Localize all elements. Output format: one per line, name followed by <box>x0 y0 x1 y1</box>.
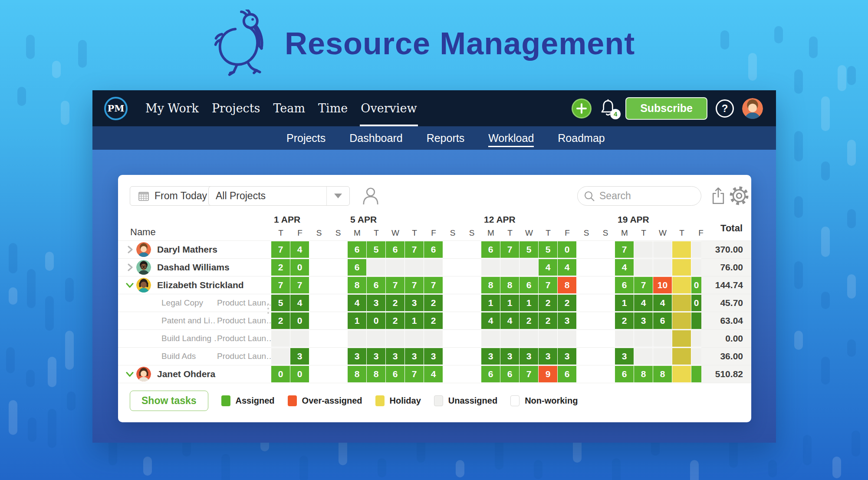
cell-assigned[interactable]: 6 <box>558 366 576 382</box>
cell-assigned[interactable]: 2 <box>615 312 634 329</box>
cell-assigned[interactable]: 0 <box>290 259 309 276</box>
cell-assigned[interactable]: 7 <box>405 241 424 258</box>
cell-assigned[interactable]: 8 <box>634 366 653 382</box>
cell-unassigned[interactable] <box>615 330 634 347</box>
cell-assigned[interactable]: 8 <box>348 277 366 293</box>
cell-assigned[interactable]: 2 <box>519 312 538 329</box>
cell-holiday[interactable] <box>672 295 691 311</box>
cell-assigned[interactable]: 3 <box>405 348 424 365</box>
task-row[interactable]: Legal CopyProduct Laun…54432321112214404… <box>118 294 751 312</box>
cell-assigned[interactable]: 6 <box>386 366 404 382</box>
cell-assigned[interactable]: 7 <box>271 241 290 258</box>
cell-assigned[interactable]: 3 <box>539 348 557 365</box>
cell-assigned[interactable]: 4 <box>424 366 443 382</box>
cell-assigned[interactable]: 0 <box>290 366 309 382</box>
cell-unassigned[interactable] <box>481 259 500 276</box>
cell-assigned[interactable]: 3 <box>615 348 634 365</box>
subnav-item-roadmap[interactable]: Roadmap <box>558 126 605 150</box>
cell-unassigned[interactable] <box>691 241 701 258</box>
cell-assigned[interactable]: 2 <box>424 312 443 329</box>
cell-assigned[interactable]: 7 <box>615 241 634 258</box>
cell-assigned[interactable]: 4 <box>500 312 519 329</box>
cell-assigned[interactable]: 8 <box>481 277 500 293</box>
cell-unassigned[interactable] <box>634 348 653 365</box>
cell-holiday[interactable] <box>672 277 691 293</box>
resource-row[interactable]: Janet Ohdera008867466796688510.82 <box>118 365 751 383</box>
cell-assigned[interactable]: 7 <box>539 277 557 293</box>
subnav-item-dashboard[interactable]: Dashboard <box>349 126 402 150</box>
subnav-item-reports[interactable]: Reports <box>427 126 465 150</box>
cell-assigned[interactable]: 2 <box>539 312 557 329</box>
cell-assigned[interactable]: 0 <box>558 241 576 258</box>
subnav-item-workload[interactable]: Workload <box>488 126 534 150</box>
cell-assigned[interactable]: 3 <box>424 348 443 365</box>
cell-assigned[interactable]: 8 <box>500 277 519 293</box>
cell-assigned[interactable]: 3 <box>500 348 519 365</box>
nav-item-time[interactable]: Time <box>312 90 354 126</box>
cell-unassigned[interactable] <box>519 259 538 276</box>
cell-assigned[interactable]: 1 <box>348 312 366 329</box>
cell-unassigned[interactable] <box>405 259 424 276</box>
resource-row[interactable]: Dashad Williams20644476.00 <box>118 259 751 276</box>
cell-assigned[interactable]: 0 <box>367 312 385 329</box>
cell-assigned[interactable]: 4 <box>558 259 576 276</box>
subscribe-button[interactable]: Subscribe <box>625 97 707 120</box>
cell-assigned[interactable]: 4 <box>539 259 557 276</box>
cell-assigned[interactable]: 6 <box>615 277 634 293</box>
cell-assigned[interactable]: 7 <box>519 366 538 382</box>
cell-assigned[interactable]: 1 <box>481 295 500 311</box>
cell-assigned[interactable]: 2 <box>539 295 557 311</box>
search-input[interactable]: Search <box>577 186 701 206</box>
cell-assigned[interactable]: 7 <box>634 277 653 293</box>
cell-unassigned[interactable] <box>348 330 366 347</box>
cell-assigned[interactable]: 4 <box>653 295 672 311</box>
pm-logo[interactable]: PM <box>104 97 128 120</box>
help-button[interactable]: ? <box>716 99 734 118</box>
cell-unassigned[interactable] <box>634 259 653 276</box>
cell-unassigned[interactable] <box>405 330 424 347</box>
cell-assigned[interactable]: 5 <box>519 241 538 258</box>
cell-unassigned[interactable] <box>691 330 701 347</box>
cell-unassigned[interactable] <box>691 348 701 365</box>
cell-assigned[interactable]: 2 <box>558 295 576 311</box>
cell-assigned[interactable]: 2 <box>386 312 404 329</box>
cell-holiday[interactable] <box>672 241 691 258</box>
task-row[interactable]: Build Landing …Product Laun…0.00 <box>118 330 751 348</box>
task-row[interactable]: Patent and Li…Product Laun…2010212442232… <box>118 312 751 330</box>
cell-assigned[interactable]: 7 <box>500 241 519 258</box>
cell-assigned[interactable]: 6 <box>519 277 538 293</box>
cell-assigned[interactable]: 3 <box>405 295 424 311</box>
cell-assigned[interactable]: 4 <box>615 259 634 276</box>
cell-assigned[interactable]: 1 <box>405 312 424 329</box>
person-filter-icon[interactable] <box>361 186 380 206</box>
cell-assigned[interactable]: 2 <box>386 295 404 311</box>
settings-gear-icon[interactable] <box>729 186 749 206</box>
cell-assigned[interactable]: 0 <box>691 295 701 311</box>
expand-chevron-icon[interactable] <box>127 263 133 273</box>
show-tasks-button[interactable]: Show tasks <box>130 391 208 411</box>
cell-assigned[interactable]: 3 <box>367 295 385 311</box>
cell-unassigned[interactable] <box>424 259 443 276</box>
cell-assigned[interactable]: 7 <box>386 277 404 293</box>
cell-assigned[interactable]: 6 <box>653 312 672 329</box>
cell-assigned[interactable]: 6 <box>500 366 519 382</box>
cell-over-assigned[interactable]: 9 <box>539 366 557 382</box>
task-row[interactable]: Build AdsProduct Laun…33333333333336.00 <box>118 348 751 365</box>
cell-assigned[interactable]: 3 <box>290 348 309 365</box>
cell-unassigned[interactable] <box>558 330 576 347</box>
expand-chevron-icon[interactable] <box>127 246 133 255</box>
cell-assigned[interactable]: 2 <box>271 312 290 329</box>
cell-assigned[interactable]: 0 <box>290 312 309 329</box>
cell-assigned[interactable]: 1 <box>519 295 538 311</box>
cell-assigned[interactable]: 0 <box>691 277 701 293</box>
cell-unassigned[interactable] <box>481 330 500 347</box>
cell-assigned[interactable]: 3 <box>386 348 404 365</box>
cell-unassigned[interactable] <box>290 330 309 347</box>
cell-assigned[interactable]: 3 <box>558 312 576 329</box>
cell-unassigned[interactable] <box>653 259 672 276</box>
project-filter-select[interactable]: All Projects <box>208 186 350 206</box>
column-resize-handle[interactable] <box>267 303 269 314</box>
cell-assigned[interactable]: 7 <box>290 277 309 293</box>
cell-unassigned[interactable] <box>424 330 443 347</box>
from-today-button[interactable]: From Today <box>130 186 215 206</box>
